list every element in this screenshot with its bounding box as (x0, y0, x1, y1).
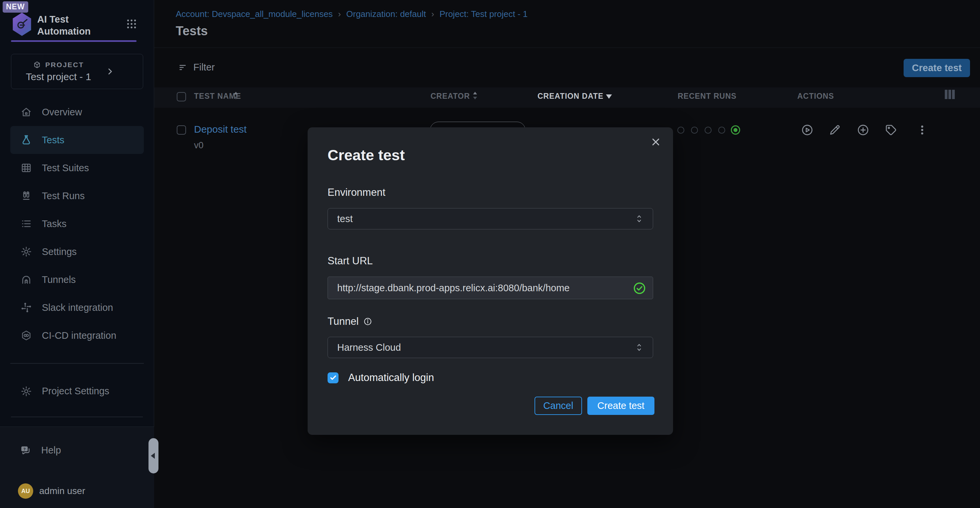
flask-icon (21, 134, 32, 145)
sidebar-collapse-handle[interactable] (148, 438, 159, 473)
tag-icon[interactable] (885, 124, 897, 136)
sidebar-item-label: Settings (42, 246, 77, 257)
start-url-label: Start URL (328, 255, 373, 267)
app-title: AI Test Automation (37, 13, 91, 37)
sidebar-item-tests[interactable]: Tests (10, 126, 144, 154)
app-logo-glyph-icon (15, 17, 29, 31)
sidebar: NEW AI Test Automation (0, 0, 154, 508)
sort-arrows-icon[interactable] (232, 90, 239, 101)
column-settings-icon[interactable] (945, 90, 955, 99)
auto-login-row: Automatically login (328, 372, 434, 383)
create-test-button-toolbar[interactable]: Create test (904, 59, 970, 77)
help-chat-icon: ? (20, 444, 31, 456)
sidebar-item-tunnels[interactable]: Tunnels (0, 266, 154, 294)
app-screen: NEW AI Test Automation (0, 0, 980, 508)
cube-icon (33, 61, 41, 69)
table-grid-icon (21, 162, 32, 174)
add-plus-circle-icon[interactable] (857, 124, 869, 136)
avatar: AU (18, 483, 33, 499)
tunnel-value: Harness Cloud (337, 342, 635, 353)
breadcrumb-separator: › (431, 9, 434, 19)
breadcrumb: Account: Devspace_all_module_licenses › … (176, 9, 528, 19)
filter-label: Filter (193, 62, 215, 73)
select-all-checkbox[interactable] (177, 92, 186, 101)
breadcrumb-separator: › (338, 9, 341, 19)
select-chevrons-icon (635, 213, 643, 224)
sidebar-item-label: Overview (42, 107, 82, 118)
select-chevrons-icon (635, 342, 643, 353)
filter-icon (178, 62, 188, 72)
create-test-submit-button[interactable]: Create test (587, 397, 654, 415)
sidebar-item-label: Test Runs (42, 190, 85, 201)
column-header-recent-runs: RECENT RUNS (678, 92, 737, 101)
sort-arrows-icon[interactable] (472, 90, 478, 101)
checkmark-icon (329, 374, 337, 382)
user-menu[interactable]: AU admin user (0, 479, 154, 503)
filter-button[interactable]: Filter (178, 62, 215, 73)
brand-accent-line (11, 40, 137, 42)
info-icon[interactable] (363, 317, 372, 326)
sidebar-item-overview[interactable]: Overview (0, 98, 154, 126)
help-button[interactable]: ? Help (0, 439, 154, 462)
sidebar-item-test-runs[interactable]: Test Runs (0, 182, 154, 210)
recent-run-dot[interactable] (691, 127, 698, 134)
sidebar-item-cicd-integration[interactable]: CI-CD integration (0, 321, 154, 350)
sidebar-item-label: Tests (42, 135, 64, 145)
sidebar-item-tasks[interactable]: Tasks (0, 210, 154, 238)
sidebar-nav: Overview Tests Test Suites (0, 98, 154, 405)
tunnel-select[interactable]: Harness Cloud (328, 337, 653, 358)
close-icon[interactable] (651, 137, 661, 147)
column-header-creator[interactable]: CREATOR (431, 92, 470, 101)
breadcrumb-project[interactable]: Project: Test project - 1 (439, 9, 528, 19)
recent-run-passed-dot[interactable] (731, 125, 740, 135)
hexagon-link-icon (21, 330, 32, 341)
environment-value: test (337, 213, 635, 224)
more-kebab-icon[interactable] (916, 124, 929, 136)
sidebar-item-label: CI-CD integration (42, 330, 116, 341)
environment-label: Environment (328, 187, 385, 198)
user-name: admin user (39, 486, 85, 496)
row-checkbox[interactable] (177, 125, 186, 135)
modal-title: Create test (328, 147, 405, 164)
help-label: Help (41, 445, 61, 456)
auto-login-checkbox[interactable] (328, 372, 339, 383)
svg-text:?: ? (23, 447, 25, 451)
header-divider (154, 48, 980, 48)
recent-run-dot[interactable] (705, 127, 711, 134)
project-selector[interactable]: PROJECT Test project - 1 (11, 54, 143, 89)
cancel-button[interactable]: Cancel (535, 397, 582, 415)
app-switcher-grid-icon[interactable] (126, 18, 138, 30)
breadcrumb-organization[interactable]: Organization: default (346, 9, 426, 19)
breadcrumb-account[interactable]: Account: Devspace_all_module_licenses (176, 9, 333, 19)
tunnel-icon (21, 274, 32, 285)
start-url-value: http://stage.dbank.prod-apps.relicx.ai:8… (337, 283, 570, 294)
sort-desc-icon[interactable] (606, 94, 612, 99)
test-name-link[interactable]: Deposit test (194, 124, 247, 135)
start-url-input[interactable]: http://stage.dbank.prod-apps.relicx.ai:8… (328, 276, 653, 299)
recent-run-dot[interactable] (677, 127, 684, 134)
project-selector-label: PROJECT (45, 61, 84, 69)
sidebar-item-label: Tunnels (42, 274, 76, 285)
run-test-play-icon[interactable] (801, 124, 814, 136)
sidebar-item-settings[interactable]: Settings (0, 238, 154, 266)
edit-pencil-icon[interactable] (829, 124, 841, 136)
test-version: v0 (194, 140, 204, 150)
gear-icon (21, 386, 32, 397)
sidebar-item-project-settings[interactable]: Project Settings (0, 377, 154, 405)
chevron-right-icon (106, 67, 114, 76)
sidebar-item-test-suites[interactable]: Test Suites (0, 154, 154, 182)
sidebar-item-label: Project Settings (42, 386, 109, 397)
column-header-creation-date[interactable]: CREATION DATE (538, 92, 604, 101)
sidebar-divider (11, 417, 143, 417)
list-icon (21, 218, 32, 229)
page-title: Tests (176, 24, 208, 38)
sidebar-item-label: Slack integration (42, 302, 113, 313)
slack-icon (21, 302, 32, 313)
sidebar-item-label: Test Suites (42, 163, 89, 174)
sidebar-item-slack-integration[interactable]: Slack integration (0, 294, 154, 321)
sidebar-footer: ? Help AU admin user (0, 427, 154, 508)
recent-run-dot[interactable] (718, 127, 725, 134)
environment-select[interactable]: test (328, 208, 653, 229)
collapse-left-icon (151, 453, 155, 459)
valid-check-circle-icon (633, 281, 646, 295)
